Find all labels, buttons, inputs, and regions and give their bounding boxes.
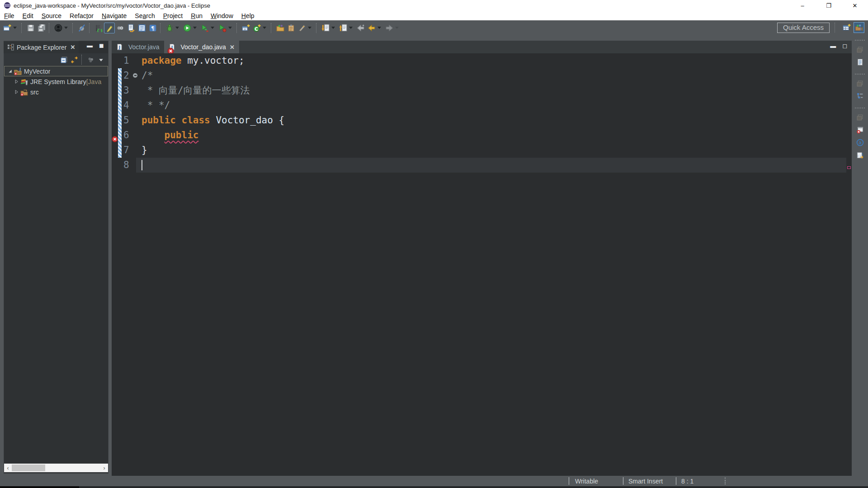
collapse-all-button[interactable] (59, 54, 69, 65)
quick-access-box[interactable]: Quick Access (777, 23, 830, 33)
pen-button[interactable] (297, 23, 314, 33)
tree-item-src[interactable]: src (4, 87, 108, 97)
mark-occurrences-button[interactable] (104, 23, 115, 33)
scroll-left-icon[interactable]: ‹ (4, 465, 12, 471)
menu-window[interactable]: Window (207, 11, 237, 20)
code-text[interactable]: package my.voctor; (136, 53, 852, 68)
last-edit-location-button[interactable] (355, 23, 366, 33)
view-doc-button[interactable] (137, 23, 147, 33)
view-menu-button[interactable] (96, 54, 106, 65)
menu-edit[interactable]: Edit (19, 11, 38, 20)
minimize-view-icon[interactable]: ▬ (87, 43, 93, 48)
focus-working-set-button[interactable] (85, 54, 96, 65)
new-java-project-button[interactable] (241, 23, 251, 33)
gears-button[interactable] (115, 23, 126, 33)
dropdown-arrow-icon[interactable] (395, 27, 399, 29)
restore-view-button[interactable] (854, 78, 865, 89)
dropdown-arrow-icon[interactable] (211, 27, 214, 29)
code-text[interactable]: * */ (136, 98, 852, 113)
prev-annotation-button[interactable] (338, 23, 355, 33)
save-all-button[interactable] (36, 23, 47, 33)
collapse-arrow-icon[interactable] (6, 69, 14, 74)
menu-search[interactable]: Search (131, 11, 159, 20)
code-line[interactable]: 6 public (112, 128, 852, 143)
error-overview-marker[interactable] (847, 166, 851, 169)
open-task-button[interactable] (286, 23, 297, 33)
run-button[interactable] (182, 23, 199, 33)
open-type-button[interactable] (275, 23, 286, 33)
scrollbar-thumb[interactable] (12, 465, 45, 471)
dropdown-arrow-icon[interactable] (13, 27, 17, 29)
menu-navigate[interactable]: Navigate (98, 11, 131, 20)
package-explorer-tab[interactable]: Package Explorer ✕ (4, 41, 79, 53)
horizontal-scrollbar[interactable]: ‹ › (4, 464, 108, 472)
menu-help[interactable]: Help (237, 11, 259, 20)
menu-file[interactable]: File (0, 11, 19, 20)
sync-doc-button[interactable] (126, 23, 137, 33)
restore-button[interactable]: ❐ (816, 0, 842, 11)
scroll-right-icon[interactable]: › (100, 465, 108, 471)
javadoc-button[interactable]: a (854, 137, 865, 148)
code-text[interactable]: public class Voctor_dao { (136, 113, 852, 128)
menu-refactor[interactable]: Refactor (66, 11, 98, 20)
minimize-button[interactable]: – (789, 0, 816, 11)
code-text[interactable]: * 向量/向量的一些算法 (136, 83, 852, 98)
show-whitespace-button[interactable]: ¶ (147, 23, 158, 33)
code-line[interactable]: 7} (112, 143, 852, 158)
close-icon[interactable]: ✕ (230, 44, 235, 51)
code-line[interactable]: 4 * */ (112, 98, 852, 113)
user-account-button[interactable] (53, 23, 71, 33)
declaration-button[interactable]: {..} (854, 150, 865, 160)
expand-arrow-icon[interactable] (13, 79, 20, 84)
menu-source[interactable]: Source (38, 11, 66, 20)
menu-project[interactable]: Project (159, 11, 187, 20)
editor-tab-voctor-java[interactable]: JVoctor.java (112, 41, 164, 53)
fold-marker-icon[interactable] (133, 73, 137, 78)
code-editor[interactable]: 1package my.voctor;2/*3 * 向量/向量的一些算法4 * … (112, 53, 852, 476)
link-with-editor-button[interactable] (69, 54, 80, 65)
overview-ruler[interactable] (846, 53, 852, 476)
back-button[interactable] (366, 23, 384, 33)
next-annotation-button[interactable] (320, 23, 338, 33)
drag-handle[interactable] (855, 108, 865, 108)
java-perspective-button[interactable]: J (854, 22, 864, 33)
code-line[interactable]: 3 * 向量/向量的一些算法 (112, 83, 852, 98)
code-line[interactable]: 8 (112, 158, 852, 173)
code-line[interactable]: 1package my.voctor; (112, 53, 852, 68)
drag-handle[interactable] (855, 74, 865, 75)
save-button[interactable] (25, 23, 36, 33)
dropdown-arrow-icon[interactable] (308, 27, 311, 29)
outline-button[interactable] (854, 90, 865, 101)
tree-item-myvector[interactable]: JMyVector (4, 66, 108, 76)
code-text[interactable]: public (136, 128, 852, 143)
tree-item-jre-system-library[interactable]: JRE System Library [Java (4, 76, 108, 87)
menu-run[interactable]: Run (187, 11, 207, 20)
profile-button[interactable] (217, 23, 235, 33)
code-line[interactable]: 2/* (112, 68, 852, 83)
forward-button[interactable] (384, 23, 401, 33)
dropdown-arrow-icon[interactable] (349, 27, 353, 29)
dropdown-arrow-icon[interactable] (175, 27, 179, 29)
problems-button[interactable] (854, 124, 865, 135)
code-text[interactable]: } (136, 143, 852, 158)
editor-tab-voctor-dao-java[interactable]: JVoctor_dao.java✕ (164, 41, 239, 53)
skip-breakpoints-button[interactable] (76, 23, 87, 33)
restore-view-button[interactable] (854, 112, 865, 122)
task-list-button[interactable] (854, 56, 865, 67)
minimize-view-icon[interactable]: ▬ (830, 44, 836, 48)
code-line[interactable]: 5public class Voctor_dao { (112, 113, 852, 128)
restore-view-button[interactable] (854, 44, 865, 55)
code-text[interactable]: /* (136, 68, 852, 83)
code-text[interactable] (136, 158, 852, 173)
open-perspective-button[interactable] (841, 22, 852, 33)
maximize-view-icon[interactable]: ◻ (842, 44, 847, 48)
dropdown-arrow-icon[interactable] (331, 27, 335, 29)
scrollbar-track[interactable] (12, 464, 100, 472)
new-wizard-button[interactable] (2, 23, 19, 33)
dropdown-arrow-icon[interactable] (377, 27, 381, 29)
dropdown-arrow-icon[interactable] (64, 27, 68, 29)
dropdown-arrow-icon[interactable] (193, 27, 197, 29)
build-all-button[interactable] (93, 23, 104, 33)
close-icon[interactable]: ✕ (71, 44, 75, 51)
coverage-button[interactable] (199, 23, 217, 33)
